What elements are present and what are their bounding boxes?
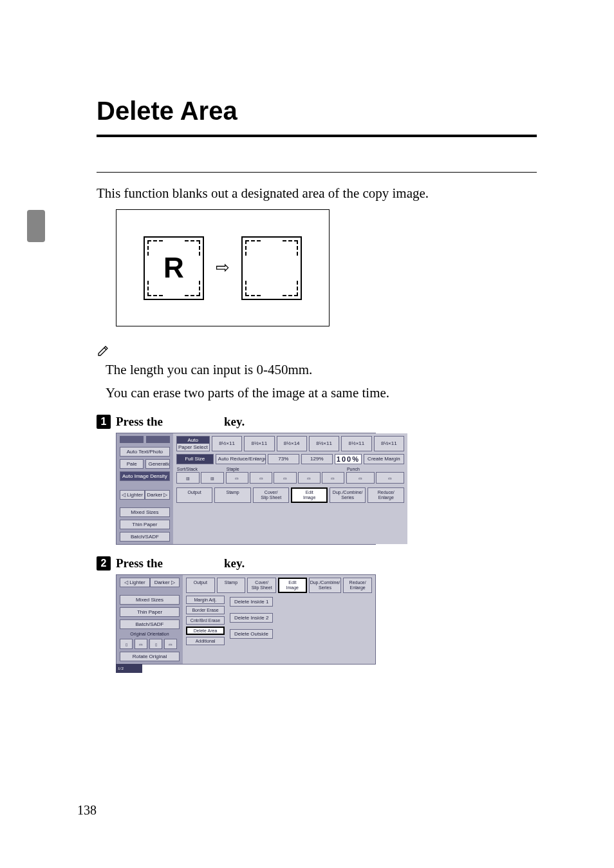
ratio-129-button[interactable]: 129% [301,454,333,464]
note-2: You can erase two parts of the image at … [97,383,537,404]
paper-tray-6[interactable]: 8½×11 [374,436,404,451]
tab-reduce-enlarge-2[interactable]: Reduce/ Enlarge [343,578,372,592]
orientation-option-4[interactable]: ▭ [164,639,177,649]
delete-inside-1-button[interactable]: Delete Inside 1 [230,597,273,607]
step-2-number: 2 [97,556,111,571]
title-rule [97,135,537,137]
screenshot-1: Auto Text/Photo Pale Generation Auto Ima… [116,433,537,545]
orientation-option-1[interactable]: ▯ [120,639,133,649]
step-1-prefix: Press the [116,415,163,428]
screen-page-indicator[interactable]: 1/2 [116,664,142,673]
orientation-option-3[interactable]: ▯ [149,639,162,649]
delete-inside-2-button[interactable]: Delete Inside 2 [230,613,273,623]
step-1: 1 Press the key. [97,415,537,429]
margin-adj-button[interactable]: Margin Adj. [186,596,225,604]
paper-tray-3[interactable]: 8½×14 [277,436,307,451]
section-tab [27,210,45,242]
screenshot-2: ◁ Lighter Darker ▷ Mixed Sizes Thin Pape… [116,574,537,673]
thin-paper-button-2[interactable]: Thin Paper [120,607,180,617]
tab-dup-combine[interactable]: Dup./Combine/ Series [330,487,366,502]
mixed-sizes-button[interactable]: Mixed Sizes [120,507,170,517]
paper-tray-4[interactable]: 8½×11 [309,436,339,451]
auto-reduce-enlarge-button[interactable]: Auto Reduce/Enlarge [216,454,266,464]
sort-option-1[interactable]: ▥ [176,472,200,484]
auto-text-photo-button[interactable]: Auto Text/Photo [120,447,170,457]
batch-sadf-button[interactable]: Batch/SADF [120,532,170,542]
delete-area-button[interactable]: Delete Area [186,627,225,635]
delete-outside-button[interactable]: Delete Outside [230,629,273,639]
darker-button-2[interactable]: Darker ▷ [150,578,180,587]
paper-tray-5[interactable]: 8½×11 [341,436,371,451]
rotate-original-button[interactable]: Rotate Original [120,652,180,661]
paper-select-button[interactable]: Auto Paper Select [176,436,210,451]
mixed-sizes-button-2[interactable]: Mixed Sizes [120,595,180,605]
staple-option-3[interactable]: ▭ [274,472,296,484]
auto-image-density-button[interactable]: Auto Image Density [120,471,170,481]
staple-option-4[interactable]: ▭ [298,472,321,484]
batch-sadf-button-2[interactable]: Batch/SADF [120,619,180,629]
thin-paper-button[interactable]: Thin Paper [120,520,170,529]
diagram-after [241,236,302,300]
pale-button[interactable]: Pale [120,459,144,469]
tab-output[interactable]: Output [176,487,213,502]
page-title: Delete Area [97,97,537,126]
step-1-number: 1 [97,415,111,429]
tab-cover-slip-2[interactable]: Cover/ Slip Sheet [247,578,276,592]
paper-tray-2[interactable]: 8½×11 [244,436,274,451]
centre-border-erase-button[interactable]: Cntr/Brd Erase [186,616,225,625]
staple-option-2[interactable]: ▭ [250,472,272,484]
punch-option-1[interactable]: ▭ [346,472,375,484]
page-number: 138 [77,803,97,818]
diagram-letter: R [163,254,184,282]
tab-stamp-2[interactable]: Stamp [217,578,246,592]
orientation-option-2[interactable]: ▭ [135,639,147,649]
tab-stamp[interactable]: Stamp [214,487,251,502]
tab-reduce-enlarge[interactable]: Reduce/ Enlarge [367,487,404,502]
lighter-button[interactable]: ◁ Lighter [120,490,145,500]
tab-output-2[interactable]: Output [186,578,215,592]
create-margin-button[interactable]: Create Margin [364,454,404,464]
ratio-73-button[interactable]: 73% [268,454,299,464]
lighter-button-2[interactable]: ◁ Lighter [120,578,150,587]
full-size-button[interactable]: Full Size [176,454,214,464]
tab-cover-slip[interactable]: Cover/ Slip Sheet [253,487,290,502]
step-2-suffix: key. [224,556,245,570]
darker-button[interactable]: Darker ▷ [145,490,170,500]
staple-label: Staple [226,467,344,472]
note-1: The length you can input is 0-450mm. [97,360,537,381]
tab-dup-combine-2[interactable]: Dup./Combine/ Series [309,578,342,592]
generation-button[interactable]: Generation [145,459,169,469]
step-1-suffix: key. [224,415,245,428]
diagram-before: R [144,236,204,300]
arrow-icon: ⇨ [216,259,230,276]
sort-stack-label: Sort/Stack [176,467,224,472]
step-2-prefix: Press the [116,556,163,570]
additional-button[interactable]: Additional [186,637,225,645]
step-2: 2 Press the key. [97,556,537,571]
delete-area-diagram: R ⇨ [116,209,330,326]
sort-option-2[interactable]: ▥ [201,472,224,484]
ratio-display: 100% [335,454,362,464]
intro-text: This function blanks out a designated ar… [97,184,537,203]
staple-option-1[interactable]: ▭ [226,472,248,484]
border-erase-button[interactable]: Border Erase [186,606,225,614]
section-rule [97,172,537,173]
punch-label: Punch [346,467,404,472]
paper-tray-1[interactable]: 8½×11 [212,436,242,451]
tab-edit-image-2[interactable]: Edit Image [278,578,307,592]
staple-option-5[interactable]: ▭ [322,472,344,484]
note-icon [97,344,537,357]
original-orientation-label: Original Orientation [120,632,180,636]
tab-edit-image[interactable]: Edit Image [291,487,328,502]
punch-option-2[interactable]: ▭ [376,472,404,484]
